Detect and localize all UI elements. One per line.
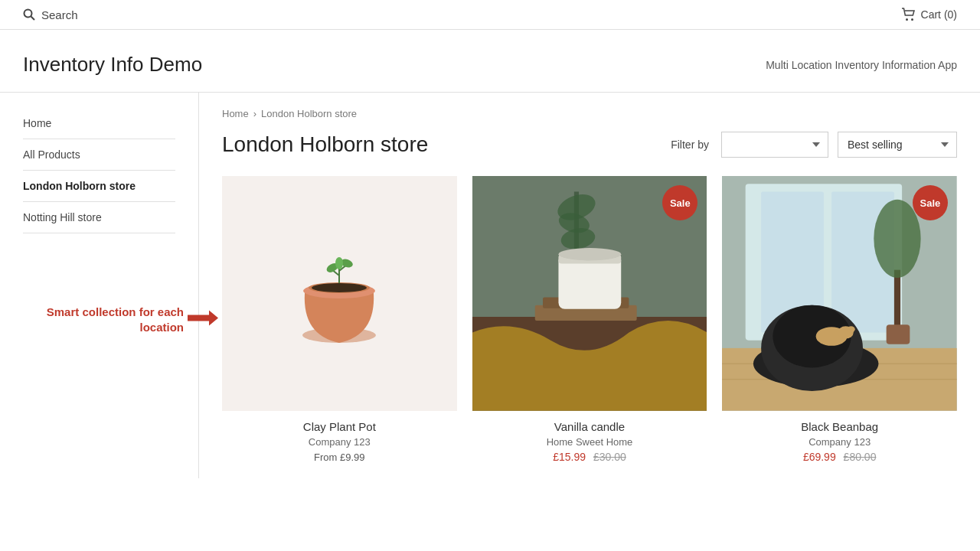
cart-icon xyxy=(901,8,916,21)
product-card-black-beanbag[interactable]: Sale Black Beanbag Company 123 £69.99 £8… xyxy=(722,176,957,463)
svg-point-3 xyxy=(911,18,913,21)
breadcrumb-separator: › xyxy=(253,108,256,119)
product-vendor-2: Home Sweet Home xyxy=(472,436,707,448)
cart-label: Cart (0) xyxy=(921,8,957,21)
sort-select[interactable]: Best sellingPrice: Low to HighPrice: Hig… xyxy=(838,132,957,158)
svg-point-14 xyxy=(335,257,343,269)
content-area: Home › London Holborn store London Holbo… xyxy=(199,93,980,478)
breadcrumb-home[interactable]: Home xyxy=(222,108,249,119)
main-layout: Home All Products London Holborn store N… xyxy=(0,93,980,478)
product-card-clay-plant-pot[interactable]: Smart collection for each location xyxy=(222,176,457,463)
price-sale-2: £15.99 xyxy=(553,451,586,463)
page-header-row: London Holborn store Filter by Best sell… xyxy=(222,132,957,158)
sale-badge-beanbag: Sale xyxy=(913,185,948,220)
search-icon xyxy=(23,8,35,21)
store-subtitle: Multi Location Inventory Information App xyxy=(766,59,957,71)
page-title: London Holborn store xyxy=(222,132,428,157)
svg-point-8 xyxy=(312,283,367,292)
product-image-vanilla-candle: Sale xyxy=(472,176,707,411)
annotation-arrow xyxy=(188,309,218,330)
filter-select[interactable] xyxy=(721,132,828,158)
top-bar: Search Cart (0) xyxy=(0,0,980,30)
svg-point-25 xyxy=(558,248,621,260)
price-original-2: £30.00 xyxy=(593,451,626,463)
price-sale-3: £69.99 xyxy=(803,451,836,463)
product-price-1: From £9.99 xyxy=(222,451,457,463)
product-name-1: Clay Plant Pot xyxy=(222,420,457,433)
search-area[interactable]: Search xyxy=(23,8,78,21)
filter-label: Filter by xyxy=(671,139,709,151)
svg-rect-32 xyxy=(887,324,910,344)
svg-point-41 xyxy=(848,326,855,332)
annotation-text: Smart collection for each location xyxy=(46,305,184,334)
store-title: Inventory Info Demo xyxy=(23,53,202,77)
svg-marker-4 xyxy=(188,311,218,326)
product-name-2: Vanilla candle xyxy=(472,420,707,433)
sidebar-item-home[interactable]: Home xyxy=(23,108,175,139)
sidebar: Home All Products London Holborn store N… xyxy=(0,93,199,478)
products-grid: Smart collection for each location xyxy=(222,176,957,463)
price-original-3: £80.00 xyxy=(844,451,877,463)
product-vendor-1: Company 123 xyxy=(222,436,457,448)
sidebar-item-notting-hill[interactable]: Notting Hill store xyxy=(23,202,175,233)
sidebar-item-london-holborn[interactable]: London Holborn store xyxy=(23,171,175,202)
svg-point-0 xyxy=(24,10,32,18)
product-vendor-3: Company 123 xyxy=(722,436,957,448)
sale-badge-candle: Sale xyxy=(662,185,697,220)
product-image-black-beanbag: Sale xyxy=(722,176,957,411)
cart-area[interactable]: Cart (0) xyxy=(901,8,957,21)
store-header: Inventory Info Demo Multi Location Inven… xyxy=(0,30,980,93)
breadcrumb: Home › London Holborn store xyxy=(222,108,957,119)
breadcrumb-current: London Holborn store xyxy=(261,108,357,119)
sidebar-item-all-products[interactable]: All Products xyxy=(23,139,175,171)
product-price-2: £15.99 £30.00 xyxy=(472,451,707,463)
svg-point-2 xyxy=(906,18,908,21)
search-label: Search xyxy=(41,8,78,21)
product-price-3: £69.99 £80.00 xyxy=(722,451,957,463)
filters-row: Filter by Best sellingPrice: Low to High… xyxy=(671,132,957,158)
product-image-clay-plant-pot xyxy=(222,176,457,411)
svg-line-1 xyxy=(31,17,35,21)
svg-point-31 xyxy=(874,200,921,278)
svg-rect-30 xyxy=(894,270,900,333)
price-from-1: From £9.99 xyxy=(314,452,364,463)
product-card-vanilla-candle[interactable]: Sale Vanilla candle Home Sweet Home £15.… xyxy=(472,176,707,463)
product-name-3: Black Beanbag xyxy=(722,420,957,433)
